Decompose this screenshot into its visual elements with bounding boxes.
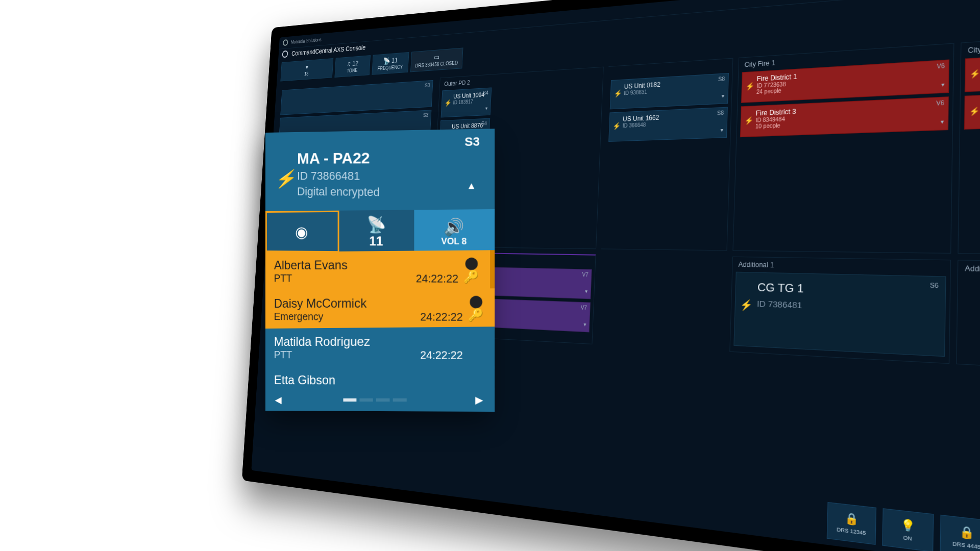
bolt-icon: ⚡ (969, 107, 979, 116)
call-row[interactable]: Matilda Rodriguez PTT 24:22:22 (265, 327, 495, 369)
bolt-icon: ⚡ (275, 168, 296, 189)
zone-city-fire-2: City Fire 2 ⚡V6Fire District 2ID 1288390… (958, 25, 980, 257)
alert-button[interactable]: ◉ (265, 211, 339, 253)
bolt-icon: ⚡ (744, 116, 753, 125)
page-next-button[interactable]: ▶ (475, 394, 483, 406)
bottom-button-drs[interactable]: 🔒DRS 12345 (827, 502, 876, 545)
warning-icon: ⬤ (464, 256, 479, 270)
bottom-button-drs[interactable]: 🔒DRS 4445 (940, 515, 980, 551)
antenna-icon: 📡 (366, 215, 386, 234)
popout-channel-mode: Digital encrypted (297, 185, 480, 200)
toolbar-frequency-button[interactable]: 📡 11 FREQUENCY (372, 52, 409, 75)
toolbar-btn-blank[interactable]: ▾ 13 (280, 58, 333, 82)
channel-popout: S3 ⚡ ▲ MA - PA22 ID 73866481 Digital enc… (265, 133, 490, 411)
call-row[interactable]: ⬤ Alberta Evans PTT 24:22:22 🔑 (265, 250, 495, 292)
lock-icon: 🔒 (844, 511, 859, 527)
chevron-down-icon[interactable]: ▾ (720, 127, 723, 133)
toolbar-closed-button[interactable]: ▭ DRS 333456 CLOSED (410, 47, 463, 72)
chevron-down-icon[interactable]: ▾ (585, 288, 587, 294)
lock-icon: 🔒 (959, 524, 974, 540)
unit-tile[interactable]: ⚡S8US Unit 1662ID 366648▾ (608, 107, 728, 142)
document-icon: ▭ (434, 53, 440, 61)
call-row[interactable]: ⬤ Daisy McCormick Emergency 24:22:22 🔑 (265, 288, 495, 331)
toolbar-tone-button[interactable]: ♫ 12 TONE (334, 55, 371, 78)
page-prev-button[interactable]: ◀ (275, 394, 282, 406)
toolbar-frequency-label: FREQUENCY (377, 64, 403, 71)
motorola-logo-icon (283, 39, 288, 46)
zone-header: Additional 2 (965, 264, 980, 278)
page-dot[interactable] (376, 398, 390, 402)
unit-tile[interactable]: ⚡S8US Unit 0182ID 938831▾ (610, 73, 729, 109)
zone-additional-1: Additional 1 S6 ⚡ CG TG 1 ID 7386481 (729, 257, 951, 364)
key-icon: 🔑 (468, 308, 483, 322)
chevron-down-icon: ▾ (305, 63, 308, 70)
chevron-down-icon[interactable]: ▾ (583, 321, 586, 328)
chevron-down-icon[interactable]: ▾ (485, 106, 488, 111)
chevron-down-icon[interactable]: ▾ (941, 118, 944, 125)
bolt-icon: ⚡ (969, 69, 980, 79)
lightbulb-icon: 💡 (900, 518, 915, 534)
popout-channel-name: MA - PA22 (297, 148, 480, 167)
bolt-icon: ⚡ (612, 122, 621, 130)
popout-pager: ◀ ▶ (265, 388, 495, 412)
antenna-icon: 📡 11 (383, 56, 398, 65)
call-row[interactable]: Etta Gibson (265, 366, 495, 390)
page-dot[interactable] (343, 398, 356, 402)
app-logo-icon (282, 51, 288, 58)
toolbar-tone-label: TONE (347, 68, 358, 73)
bottom-bar: 🔒DRS 12345 💡ON 🔒DRS 4445 💡ON 🔒CLOSED ⚙ST… (827, 502, 980, 551)
key-icon: 🔑 (463, 270, 479, 284)
toolbar-closed-label: DRS 333456 CLOSED (415, 60, 458, 68)
fire-district-tile[interactable]: ⚡V6Fire District 3ID 834948410 people▾ (740, 96, 949, 137)
popout-slot-badge: S3 (464, 135, 480, 149)
slot-tile[interactable]: S3 (280, 80, 433, 115)
bolt-icon: ⚡ (614, 89, 622, 97)
chevron-up-icon[interactable]: ▲ (467, 180, 477, 192)
bottom-button-on[interactable]: 💡ON (882, 508, 934, 551)
vendor-name: Motorola Solutions (291, 37, 322, 44)
warning-icon: ⬤ (469, 294, 483, 308)
page-dots (343, 398, 406, 402)
transmit-button[interactable]: 📡11 (339, 210, 414, 253)
music-note-icon: ♫ 12 (347, 59, 359, 67)
zone-city-fire-1: City Fire 1 ⚡V6Fire District 1ID 7723638… (732, 43, 954, 254)
volume-button[interactable]: 🔊VOL 8 (414, 209, 495, 254)
zone-header: Additional 1 (738, 261, 946, 273)
popout-controls: ◉ 📡11 🔊VOL 8 (265, 209, 495, 254)
alert-icon: ◉ (296, 222, 308, 241)
zone-additional-2: Additional 2 (956, 260, 980, 379)
popout-channel-id: ID 73866481 (297, 169, 480, 184)
zone-outer-pd-right: ⚡S8US Unit 0182ID 938831▾ ⚡S8US Unit 166… (601, 58, 733, 251)
talkgroup-tile[interactable]: S6 ⚡ CG TG 1 ID 7386481 (733, 272, 946, 357)
bolt-icon: ⚡ (745, 82, 754, 90)
chevron-down-icon[interactable]: ▾ (722, 93, 725, 99)
page-dot[interactable] (359, 398, 373, 402)
page-dot[interactable] (393, 398, 407, 402)
speaker-icon: 🔊 (444, 217, 464, 236)
popout-header[interactable]: S3 ⚡ ▲ MA - PA22 ID 73866481 Digital enc… (265, 129, 495, 215)
unit-tile[interactable]: ⚡S4US Unit 1094ID 183917▾ (441, 87, 492, 117)
chevron-down-icon[interactable]: ▾ (941, 81, 945, 88)
bolt-icon: ⚡ (445, 99, 452, 107)
bolt-icon: ⚡ (740, 298, 752, 311)
